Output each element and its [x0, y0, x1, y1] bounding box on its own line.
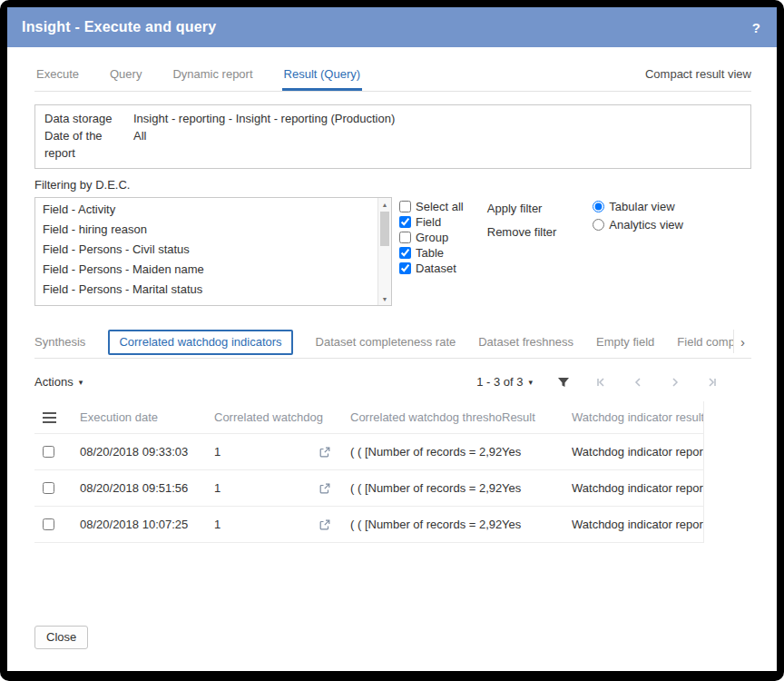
- remove-filter-button[interactable]: Remove filter: [487, 225, 557, 239]
- group-checkbox[interactable]: [399, 232, 411, 243]
- report-info-box: Data storage Insight - reporting - Insig…: [34, 104, 751, 169]
- tab-execute[interactable]: Execute: [34, 64, 81, 91]
- tabular-view-option[interactable]: Tabular view: [593, 200, 683, 213]
- filter-actions: Apply filter Remove filter: [487, 197, 557, 249]
- watchdog-count: 1: [214, 481, 220, 495]
- watchdog-report-cell: Watchdog indicator report: [572, 445, 703, 459]
- results-table: Execution date Correlated watchdog Corre…: [34, 401, 704, 543]
- filter-checkbox-group: Select all Field Group Table Dataset: [399, 197, 464, 276]
- checkbox-table[interactable]: Table: [399, 245, 464, 261]
- chevron-down-icon: ▾: [79, 378, 83, 387]
- watchdog-report-link[interactable]: Watchdog indicator report: [572, 445, 703, 459]
- list-item[interactable]: Field - Persons - Civil status: [35, 240, 377, 260]
- list-item[interactable]: Field - Activity: [35, 200, 377, 220]
- threshold-cell: ( ( [Number of records = 2,92: [350, 445, 502, 459]
- tab-empty-field[interactable]: Empty field: [596, 335, 654, 349]
- radio-label: Analytics view: [609, 218, 683, 232]
- help-button[interactable]: ?: [752, 20, 760, 35]
- column-watchdog-indicator-results: Watchdog indicator results: [572, 410, 703, 424]
- window-title: Insight - Execute and query: [22, 19, 216, 35]
- main-tabbar: Execute Query Dynamic report Result (Que…: [34, 64, 751, 92]
- table-toolbar: Actions ▾ 1 - 3 of 3 ▾: [34, 375, 751, 389]
- data-storage-value: Insight - reporting - Insight - reportin…: [133, 110, 395, 127]
- checkbox-group[interactable]: Group: [399, 230, 464, 245]
- column-execution-date: Execution date: [80, 410, 214, 424]
- row-checkbox[interactable]: [43, 446, 54, 458]
- first-page-icon[interactable]: [594, 376, 607, 389]
- next-page-icon[interactable]: [669, 376, 681, 389]
- titlebar: Insight - Execute and query ?: [7, 7, 777, 47]
- tab-dataset-freshness[interactable]: Dataset freshness: [478, 335, 573, 349]
- checkbox-label: Field: [416, 214, 441, 230]
- tab-correlated-watchdog-indicators[interactable]: Correlated watchdog indicators: [108, 330, 292, 355]
- external-link-icon[interactable]: [319, 519, 330, 530]
- checkbox-label: Dataset: [416, 261, 456, 276]
- info-row-report-date: Date of the report All: [44, 127, 741, 162]
- result-cell: Yes: [502, 481, 572, 495]
- checkbox-label: Table: [416, 245, 444, 261]
- list-item[interactable]: Field - Persons - Maiden name: [35, 260, 377, 280]
- close-button[interactable]: Close: [34, 626, 88, 649]
- external-link-icon[interactable]: [319, 447, 330, 458]
- execution-date-cell: 08/20/2018 09:51:56: [80, 481, 214, 495]
- watchdog-count: 1: [214, 445, 220, 459]
- list-item[interactable]: Field - Persons - Marital status: [35, 280, 377, 300]
- watchdog-report-link[interactable]: Watchdog indicator report: [572, 518, 703, 531]
- external-link-icon[interactable]: [319, 483, 330, 494]
- checkbox-select-all[interactable]: Select all: [399, 199, 464, 214]
- report-date-label: Date of the report: [44, 127, 133, 162]
- correlated-watchdog-cell: 1: [214, 481, 350, 495]
- tabs-scroll-right-button[interactable]: ›: [733, 330, 751, 353]
- analytics-view-radio[interactable]: [593, 219, 604, 231]
- tab-query[interactable]: Query: [108, 64, 143, 91]
- tab-synthesis[interactable]: Synthesis: [34, 335, 85, 349]
- correlated-watchdog-cell: 1: [214, 445, 350, 459]
- filtering-by-dec-label: Filtering by D.E.C.: [34, 178, 751, 192]
- tab-dataset-completeness-rate[interactable]: Dataset completeness rate: [316, 335, 456, 349]
- tab-dynamic-report[interactable]: Dynamic report: [171, 64, 254, 91]
- compact-result-view-link[interactable]: Compact result view: [645, 67, 751, 91]
- column-result: Result: [502, 410, 572, 424]
- analytics-view-option[interactable]: Analytics view: [593, 218, 683, 232]
- field-checkbox[interactable]: [399, 216, 411, 228]
- window-frame: Insight - Execute and query ? Execute Qu…: [0, 0, 784, 681]
- main-tabs: Execute Query Dynamic report Result (Que…: [34, 64, 362, 91]
- checkbox-dataset[interactable]: Dataset: [399, 261, 464, 276]
- filter-funnel-icon[interactable]: [557, 376, 570, 389]
- actions-menu-button[interactable]: Actions ▾: [34, 375, 83, 389]
- execution-date-cell: 08/20/2018 09:33:03: [80, 445, 214, 459]
- scroll-down-icon[interactable]: ▼: [378, 292, 391, 305]
- pagination-range-dropdown[interactable]: 1 - 3 of 3 ▾: [476, 375, 533, 389]
- checkbox-field[interactable]: Field: [399, 214, 464, 230]
- list-item[interactable]: Field - hiring reason: [35, 220, 377, 240]
- select-all-checkbox[interactable]: [399, 201, 411, 212]
- column-menu-icon[interactable]: [43, 412, 56, 423]
- scroll-up-icon[interactable]: ▲: [378, 198, 391, 211]
- info-row-data-storage: Data storage Insight - reporting - Insig…: [44, 110, 741, 127]
- column-correlated-watchdog-threshold: Correlated watchdog thresho: [350, 410, 502, 424]
- previous-page-icon[interactable]: [632, 376, 644, 389]
- dec-listbox[interactable]: Field - Activity Field - hiring reason F…: [34, 197, 392, 306]
- table-row[interactable]: 08/20/2018 09:51:56 1 ( ( [Number of rec…: [34, 470, 703, 507]
- filter-row: Field - Activity Field - hiring reason F…: [34, 197, 751, 306]
- watchdog-report-link[interactable]: Watchdog indicator report: [572, 481, 703, 495]
- last-page-icon[interactable]: [706, 376, 719, 389]
- tabular-view-radio[interactable]: [593, 201, 604, 212]
- range-label: 1 - 3 of 3: [476, 375, 523, 389]
- scrollbar-track[interactable]: [378, 211, 391, 292]
- dec-list-items: Field - Activity Field - hiring reason F…: [35, 198, 377, 305]
- tab-result-query[interactable]: Result (Query): [282, 64, 363, 91]
- execution-date-cell: 08/20/2018 10:07:25: [80, 518, 214, 531]
- table-row[interactable]: 08/20/2018 10:07:25 1 ( ( [Number of rec…: [34, 507, 703, 543]
- apply-filter-button[interactable]: Apply filter: [487, 202, 557, 215]
- table-row[interactable]: 08/20/2018 09:33:03 1 ( ( [Number of rec…: [34, 434, 703, 470]
- row-checkbox[interactable]: [43, 518, 54, 530]
- table-checkbox[interactable]: [399, 247, 411, 259]
- scrollbar-thumb[interactable]: [380, 212, 389, 246]
- listbox-scrollbar[interactable]: ▲ ▼: [377, 198, 391, 305]
- row-select-cell: [34, 479, 80, 497]
- row-checkbox[interactable]: [43, 482, 54, 494]
- view-options: Tabular view Analytics view: [593, 197, 683, 236]
- dataset-checkbox[interactable]: [399, 262, 411, 274]
- column-menu-cell: [34, 412, 80, 423]
